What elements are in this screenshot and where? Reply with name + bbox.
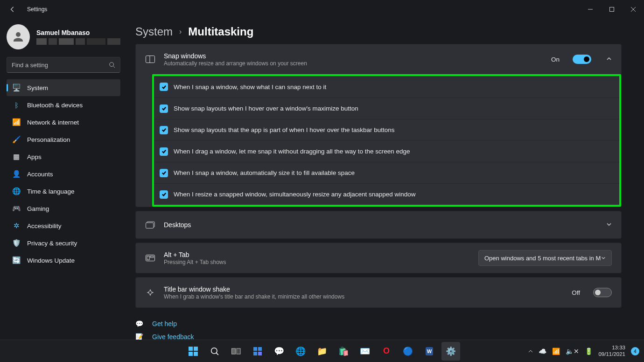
sidebar-item-time-language[interactable]: 🌐Time & language — [7, 183, 120, 200]
svg-rect-7 — [146, 223, 153, 228]
title-bar-shake-card: Title bar window shake When I grab a win… — [135, 277, 622, 308]
sidebar-item-label: Apps — [27, 153, 42, 160]
sidebar-icon: ✲ — [12, 222, 21, 230]
sidebar-icon: 👤 — [12, 170, 21, 178]
alt-tab-dropdown[interactable]: Open windows and 5 most recent tabs in M — [478, 250, 612, 266]
sidebar-item-personalization[interactable]: 🖌️Personalization — [7, 131, 120, 148]
taskbar-explorer[interactable]: 📁 — [313, 342, 331, 361]
tray-wifi-icon[interactable]: 📶 — [552, 348, 560, 355]
sidebar-icon: 🎮 — [12, 204, 21, 213]
sidebar-item-gaming[interactable]: 🎮Gaming — [7, 200, 120, 217]
sidebar-item-accounts[interactable]: 👤Accounts — [7, 166, 120, 182]
chevron-right-icon: › — [179, 28, 182, 36]
taskbar-chrome[interactable]: 🔵 — [399, 342, 417, 361]
snap-option-row[interactable]: Show snap layouts when I hover over a wi… — [154, 97, 619, 119]
taskbar-edge[interactable]: 🌐 — [291, 342, 310, 361]
snap-option-row[interactable]: When I snap a window, automatically size… — [154, 162, 619, 183]
svg-line-3 — [113, 66, 115, 68]
sidebar-item-accessibility[interactable]: ✲Accessibility — [7, 217, 120, 234]
give-feedback-link[interactable]: Give feedback — [152, 333, 194, 340]
shake-toggle[interactable] — [593, 288, 612, 297]
taskbar-word[interactable]: W — [420, 342, 439, 361]
svg-point-2 — [110, 63, 114, 67]
feedback-icon: 📝 — [135, 333, 144, 340]
profile-name: Samuel Mbanaso — [36, 29, 120, 36]
sidebar-icon: 📶 — [12, 118, 21, 126]
close-button[interactable] — [623, 0, 644, 19]
sidebar-item-label: Windows Update — [27, 257, 75, 264]
sidebar-item-label: Accounts — [27, 171, 53, 178]
tray-onedrive-icon[interactable]: ☁️ — [539, 348, 546, 355]
profile-block[interactable]: Samuel Mbanaso — [7, 24, 120, 49]
snap-option-row[interactable]: When I drag a window, let me snap it wit… — [154, 140, 619, 162]
svg-rect-1 — [610, 7, 614, 12]
sidebar-item-label: Gaming — [27, 205, 49, 212]
search-box[interactable] — [7, 57, 120, 73]
sidebar-icon: 🔄 — [12, 256, 21, 265]
taskbar-opera[interactable]: O — [377, 342, 396, 361]
maximize-button[interactable] — [601, 0, 623, 19]
snap-option-row[interactable]: When I snap a window, show what I can sn… — [154, 76, 619, 97]
sidebar-item-system[interactable]: 🖥️System — [7, 79, 120, 96]
chevron-down-icon[interactable] — [606, 221, 612, 229]
search-input[interactable] — [12, 62, 105, 69]
taskbar-store[interactable]: 🛍️ — [334, 342, 353, 361]
taskbar-settings[interactable]: ⚙️ — [441, 342, 460, 361]
svg-rect-10 — [150, 256, 154, 258]
sidebar-item-privacy-security[interactable]: 🛡️Privacy & security — [7, 235, 120, 251]
sidebar-item-network-internet[interactable]: 📶Network & internet — [7, 114, 120, 131]
snap-option-label: Show snap layouts when I hover over a wi… — [174, 105, 358, 112]
tray-clock[interactable]: 13:33 09/11/2021 — [598, 345, 625, 358]
notifications-badge[interactable]: 4 — [631, 347, 639, 355]
back-button[interactable] — [8, 5, 17, 14]
sidebar-icon: 🖥️ — [12, 84, 21, 92]
svg-rect-22 — [258, 352, 262, 355]
checkbox[interactable] — [160, 169, 168, 177]
taskbar: 💬 🌐 📁 🛍️ ✉️ O 🔵 W ⚙️ ☁️ 📶 🔈✕ 🔋 13:33 09/… — [0, 340, 644, 362]
sidebar-icon: 🖌️ — [12, 135, 21, 144]
desktops-title: Desktops — [164, 221, 191, 229]
chevron-up-icon[interactable] — [606, 55, 612, 63]
alt-tab-card: Alt + Tab Pressing Alt + Tab shows Open … — [135, 243, 622, 273]
snap-option-label: Show snap layouts that the app is part o… — [174, 126, 395, 133]
snap-toggle[interactable] — [573, 55, 591, 64]
snap-windows-card: Snap windows Automatically resize and ar… — [135, 44, 622, 207]
sidebar-item-windows-update[interactable]: 🔄Windows Update — [7, 252, 120, 269]
snap-subtitle: Automatically resize and arrange windows… — [164, 60, 307, 67]
avatar — [7, 24, 30, 49]
shake-subtitle: When I grab a window's title bar and sha… — [164, 293, 344, 300]
chevron-down-icon — [601, 256, 606, 260]
snap-option-row[interactable]: Show snap layouts that the app is part o… — [154, 119, 619, 140]
alt-tab-subtitle: Pressing Alt + Tab shows — [164, 259, 226, 265]
svg-point-15 — [211, 348, 217, 353]
svg-rect-17 — [232, 348, 236, 354]
tray-battery-icon[interactable]: 🔋 — [585, 348, 593, 355]
breadcrumb-parent[interactable]: System — [135, 25, 173, 38]
widgets[interactable] — [248, 342, 267, 361]
checkbox[interactable] — [160, 83, 168, 91]
taskbar-search[interactable] — [205, 342, 224, 361]
svg-rect-20 — [258, 347, 262, 351]
shake-icon — [145, 287, 155, 298]
checkbox[interactable] — [160, 147, 168, 156]
checkbox[interactable] — [160, 190, 168, 199]
sidebar-item-apps[interactable]: ▦Apps — [7, 148, 120, 165]
alt-tab-title: Alt + Tab — [164, 251, 226, 258]
svg-rect-12 — [194, 347, 198, 351]
checkbox[interactable] — [160, 126, 168, 134]
tray-volume-icon[interactable]: 🔈✕ — [566, 348, 579, 355]
snap-windows-icon — [145, 54, 155, 64]
start-button[interactable] — [184, 342, 203, 361]
get-help-link[interactable]: Get help — [152, 320, 177, 327]
desktops-card[interactable]: Desktops — [135, 211, 622, 239]
snap-option-row[interactable]: When I resize a snapped window, simultan… — [154, 183, 619, 205]
minimize-button[interactable] — [580, 0, 601, 19]
snap-windows-header[interactable]: Snap windows Automatically resize and ar… — [136, 44, 621, 74]
taskbar-mail[interactable]: ✉️ — [356, 342, 374, 361]
task-view[interactable] — [227, 342, 245, 361]
checkbox[interactable] — [160, 104, 168, 113]
sidebar-item-bluetooth-devices[interactable]: ᛒBluetooth & devices — [7, 97, 120, 113]
tray-overflow[interactable] — [528, 348, 533, 355]
shake-state-label: Off — [572, 289, 580, 296]
taskbar-chat[interactable]: 💬 — [270, 342, 288, 361]
